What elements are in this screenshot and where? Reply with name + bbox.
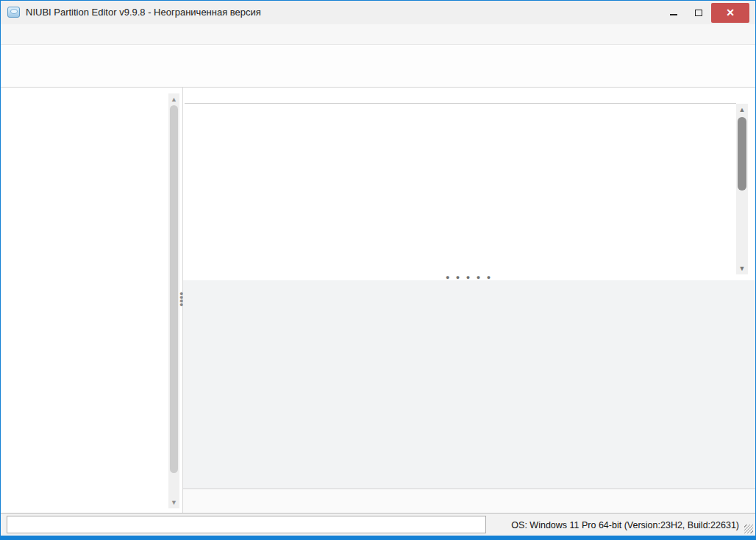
maximize-button[interactable] — [686, 3, 711, 22]
window-controls: ✕ — [661, 1, 749, 24]
window-title: NIUBI Partition Editor v9.9.8 - Неограни… — [26, 7, 261, 18]
table-scroll-thumb[interactable] — [738, 117, 746, 191]
main-panel: ▲ ▼ ● ● ● ● ● — [183, 88, 755, 513]
scroll-down-icon[interactable]: ▼ — [736, 265, 748, 272]
pending-operations-box — [7, 516, 486, 533]
os-info: OS: Windows 11 Pro 64-bit (Version:23H2,… — [511, 520, 739, 530]
app-icon — [7, 7, 20, 18]
title-bar: NIUBI Partition Editor v9.9.8 - Неограни… — [1, 1, 755, 24]
scroll-up-icon[interactable]: ▲ — [168, 96, 179, 103]
volume-table-header — [185, 88, 736, 104]
scroll-up-icon[interactable]: ▲ — [736, 106, 748, 113]
status-bar: OS: Windows 11 Pro 64-bit (Version:23H2,… — [1, 513, 755, 536]
sidebar — [1, 88, 183, 513]
close-button[interactable]: ✕ — [711, 3, 749, 23]
menu-bar — [1, 24, 755, 44]
app-window: NIUBI Partition Editor v9.9.8 - Неограни… — [0, 0, 756, 540]
toolbar — [1, 44, 755, 88]
scroll-down-icon[interactable]: ▼ — [168, 499, 179, 506]
sidebar-scroll-thumb[interactable] — [170, 105, 178, 473]
window-border-bottom — [1, 536, 755, 539]
partition-legend — [183, 489, 755, 513]
resize-grip[interactable] — [744, 525, 753, 533]
minimize-button[interactable] — [661, 3, 686, 22]
table-scrollbar[interactable]: ▲ ▼ — [736, 104, 748, 274]
disk-map — [183, 280, 755, 489]
sidebar-scrollbar[interactable]: ▲ ▼ — [168, 93, 179, 508]
volume-table — [185, 104, 736, 274]
table-map-splitter[interactable]: ● ● ● ● ● — [183, 274, 755, 280]
